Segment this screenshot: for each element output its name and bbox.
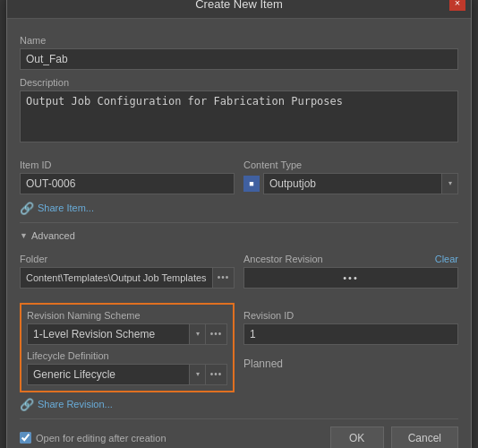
right-panel: Revision ID Planned	[243, 296, 458, 392]
name-input[interactable]	[20, 48, 458, 70]
content-type-dropdown-wrap: ■ Outputjob ▾	[243, 173, 458, 194]
cancel-button[interactable]: Cancel	[391, 426, 458, 449]
folder-dots-button[interactable]: •••	[213, 267, 235, 289]
close-button[interactable]: ×	[449, 0, 465, 11]
revision-id-section: Revision ID	[243, 303, 458, 345]
revision-naming-label: Revision Naming Scheme	[27, 310, 227, 321]
advanced-header: ▼ Advanced	[20, 230, 458, 241]
share-revision-link[interactable]: 🔗 Share Revision...	[20, 398, 458, 411]
item-id-col: Item ID	[20, 152, 235, 194]
open-for-editing-label[interactable]: Open for editing after creation	[20, 432, 166, 444]
dialog-content: Name Description Output Job Configuratio…	[7, 19, 471, 449]
name-label: Name	[20, 35, 458, 46]
folder-ancestor-row: Folder ••• Ancestor Revision Clear •••	[20, 246, 458, 289]
content-type-dropdown-arrow[interactable]: ▾	[442, 173, 458, 194]
divider-1	[20, 222, 458, 223]
ancestor-col: Ancestor Revision Clear •••	[243, 254, 458, 289]
open-for-editing-checkbox[interactable]	[20, 432, 31, 444]
share-revision-icon: 🔗	[20, 398, 34, 411]
divider-2	[20, 418, 458, 419]
titlebar: Create New Item ×	[7, 0, 471, 19]
create-new-item-dialog: Create New Item × Name Description Outpu…	[6, 0, 472, 448]
clear-link[interactable]: Clear	[435, 254, 458, 264]
advanced-section: ▼ Advanced Folder ••• Ancestor Revision …	[20, 230, 458, 411]
item-id-label: Item ID	[20, 159, 235, 170]
revision-naming-row: Revision Naming Scheme 1-Level Revision …	[27, 310, 227, 345]
revision-id-label: Revision ID	[243, 310, 458, 321]
lifecycle-label: Lifecycle Definition	[27, 350, 227, 361]
revision-id-input[interactable]	[243, 323, 458, 345]
lifecycle-value: Generic Lifecycle	[27, 364, 190, 385]
expand-icon[interactable]: ▼	[20, 231, 28, 240]
description-input[interactable]: Output Job Configuration for Fabrication…	[20, 90, 458, 142]
revision-naming-dots[interactable]: •••	[206, 323, 227, 345]
revision-naming-dropdown-wrap: 1-Level Revision Scheme ▾ •••	[27, 323, 227, 345]
ancestor-revision-label: Ancestor Revision	[243, 254, 323, 264]
lifecycle-dropdown-wrap: Generic Lifecycle ▾ •••	[27, 364, 227, 385]
content-type-col: Content Type ■ Outputjob ▾	[243, 152, 458, 194]
dialog-title: Create New Item	[195, 0, 283, 11]
planned-status: Planned	[243, 354, 458, 374]
share-icon: 🔗	[20, 202, 34, 215]
lifecycle-arrow[interactable]: ▾	[190, 364, 206, 385]
lifecycle-dots[interactable]: •••	[206, 364, 227, 385]
content-type-icon: ■	[243, 176, 260, 192]
description-label: Description	[20, 77, 458, 88]
folder-col: Folder •••	[20, 246, 235, 289]
revision-naming-arrow[interactable]: ▾	[190, 323, 206, 345]
folder-input[interactable]	[20, 267, 213, 289]
item-id-input[interactable]	[20, 173, 235, 194]
ancestor-dots-display[interactable]: •••	[243, 267, 458, 289]
advanced-label: Advanced	[31, 230, 75, 241]
revision-naming-value: 1-Level Revision Scheme	[27, 323, 190, 345]
ancestor-header: Ancestor Revision Clear	[243, 254, 458, 264]
bottom-row: Open for editing after creation OK Cance…	[20, 426, 458, 449]
item-id-content-type-row: Item ID Content Type ■ Outputjob ▾	[20, 152, 458, 194]
content-type-value: Outputjob	[263, 173, 442, 194]
lifecycle-row: Lifecycle Definition Generic Lifecycle ▾…	[27, 350, 227, 385]
folder-label: Folder	[20, 254, 235, 264]
share-item-link[interactable]: 🔗 Share Item...	[20, 202, 458, 215]
content-type-label: Content Type	[243, 159, 458, 170]
folder-input-wrap: •••	[20, 267, 235, 289]
left-panel: Revision Naming Scheme 1-Level Revision …	[20, 296, 235, 392]
orange-bordered-box: Revision Naming Scheme 1-Level Revision …	[20, 303, 235, 392]
action-buttons: OK Cancel	[330, 426, 458, 449]
revision-lifecycle-row: Revision Naming Scheme 1-Level Revision …	[20, 296, 458, 392]
ok-button[interactable]: OK	[330, 426, 384, 449]
ancestor-dots-btn[interactable]: •••	[243, 267, 458, 289]
